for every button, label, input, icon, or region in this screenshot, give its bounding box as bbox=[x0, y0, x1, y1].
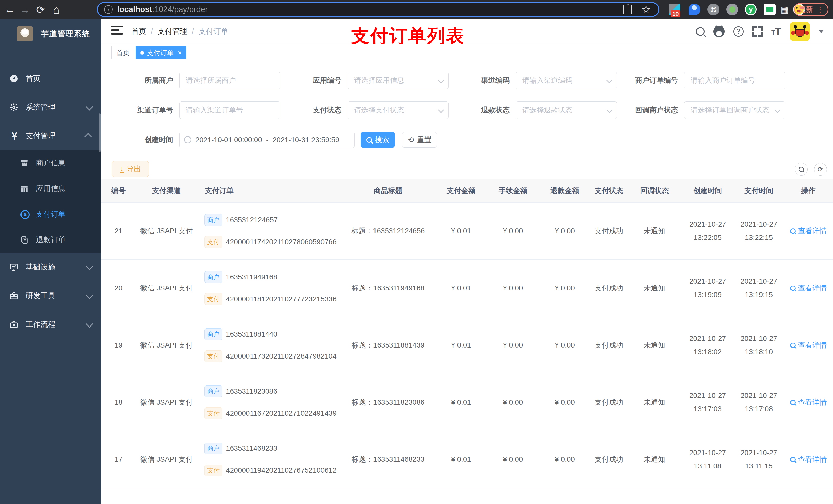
extension-icon-2[interactable] bbox=[689, 4, 700, 15]
notify-status-select[interactable] bbox=[685, 106, 785, 114]
cell-amount: ¥ 0.01 bbox=[435, 341, 487, 349]
fullscreen-icon[interactable] bbox=[752, 26, 763, 37]
tab-pay-order[interactable]: 支付订单 × bbox=[136, 46, 187, 59]
sidebar-item-app-info[interactable]: 应用信息 bbox=[0, 176, 101, 201]
main-area: 首页 / 支付管理 / 支付订单 支付订单列表 ? TT 首页 bbox=[101, 19, 833, 504]
tab-home[interactable]: 首页 bbox=[112, 46, 135, 59]
view-detail-link[interactable]: 查看详情 bbox=[790, 455, 827, 464]
sidebar-item-merchant-info[interactable]: 商户信息 bbox=[0, 150, 101, 176]
cell-channel: 微信 JSAPI 支付 bbox=[136, 226, 197, 236]
filter-pay-status: 支付状态 bbox=[275, 101, 449, 119]
cell-action: 查看详情 bbox=[784, 455, 833, 464]
cell-pay-time: 2021-10-2713:22:15 bbox=[734, 218, 784, 244]
view-detail-link[interactable]: 查看详情 bbox=[790, 283, 827, 293]
order-number: 4200001173202110272847982104 bbox=[226, 352, 337, 360]
browser-back-icon[interactable]: ← bbox=[2, 0, 18, 19]
merchant-input[interactable] bbox=[180, 76, 280, 85]
pay-status-select[interactable] bbox=[348, 106, 448, 114]
sidebar-item-infrastructure[interactable]: 基础设施 bbox=[0, 253, 101, 282]
chevron-up-icon bbox=[84, 133, 92, 141]
avatar-caret-icon[interactable] bbox=[819, 30, 824, 33]
magnifier-icon bbox=[790, 286, 795, 291]
order-number: 4200001194202110276752100612 bbox=[226, 466, 337, 475]
browser-home-icon[interactable]: ⌂ bbox=[49, 0, 64, 19]
table-row: 21 微信 JSAPI 支付 商户1635312124657支付42000011… bbox=[101, 202, 833, 259]
cell-amount: ¥ 0.01 bbox=[435, 455, 487, 463]
refresh-table-button[interactable]: ⟳ bbox=[814, 163, 827, 176]
magnifier-icon bbox=[790, 343, 795, 348]
date-separator: - bbox=[266, 136, 268, 144]
search-icon bbox=[366, 137, 372, 143]
sidebar-item-pay-order[interactable]: ¥ 支付订单 bbox=[0, 201, 101, 227]
view-detail-link[interactable]: 查看详情 bbox=[790, 340, 827, 350]
browser-update-button[interactable]: 更新 ⋮ bbox=[794, 3, 828, 16]
date-range-picker[interactable]: 2021-10-01 00:00:00 - 2021-10-31 23:59:5… bbox=[179, 131, 355, 148]
merchant-order-no-input[interactable] bbox=[685, 76, 785, 85]
monitor-icon bbox=[9, 263, 20, 272]
cell-notify: 未通知 bbox=[627, 340, 681, 350]
breadcrumb-pay-mgmt[interactable]: 支付管理 bbox=[158, 26, 187, 37]
order-number: 1635312124657 bbox=[226, 216, 278, 224]
cell-refund: ¥ 0.00 bbox=[539, 341, 590, 349]
search-icon[interactable] bbox=[696, 27, 705, 36]
site-info-icon[interactable]: i bbox=[104, 5, 113, 14]
sidebar-item-home[interactable]: 首页 bbox=[0, 64, 101, 93]
user-avatar[interactable] bbox=[790, 22, 810, 42]
view-detail-link[interactable]: 查看详情 bbox=[790, 226, 827, 236]
pay-order-table: 编号 支付渠道 支付订单 商品标题 支付金额 手续金额 退款金额 支付状态 回调… bbox=[101, 179, 833, 504]
date-start-value: 2021-10-01 00:00:00 bbox=[195, 136, 262, 144]
help-icon[interactable]: ? bbox=[733, 26, 744, 37]
browser-menu-icon[interactable]: ⋮ bbox=[816, 5, 824, 14]
cell-id: 21 bbox=[101, 227, 136, 235]
toggle-search-button[interactable] bbox=[795, 163, 808, 176]
bookmark-star-icon[interactable]: ☆ bbox=[641, 4, 651, 15]
cell-channel: 微信 JSAPI 支付 bbox=[136, 340, 197, 350]
address-bar[interactable]: i localhost:1024/pay/order ☆ bbox=[97, 2, 659, 17]
cell-refund: ¥ 0.00 bbox=[539, 284, 590, 292]
browser-refresh-icon[interactable]: ⟳ bbox=[33, 0, 48, 19]
extension-icon-6[interactable] bbox=[764, 4, 776, 15]
cell-create-time: 2021-10-2713:18:02 bbox=[681, 332, 734, 359]
reset-button[interactable]: ⟲ 重置 bbox=[402, 132, 437, 147]
sidebar-item-workflow[interactable]: 工作流程 bbox=[0, 310, 101, 339]
close-tab-icon[interactable]: × bbox=[178, 49, 182, 57]
github-icon[interactable] bbox=[713, 26, 724, 37]
sidebar-item-refund-order[interactable]: 退款订单 bbox=[0, 227, 101, 253]
filter-merchant-order-no: 商户订单编号 bbox=[601, 72, 785, 89]
extension-icon-5[interactable]: y bbox=[745, 4, 757, 15]
sidebar-scrollbar[interactable] bbox=[99, 114, 101, 152]
channel-order-no-input[interactable] bbox=[180, 106, 280, 114]
cell-amount: ¥ 0.01 bbox=[435, 284, 487, 292]
view-detail-link[interactable]: 查看详情 bbox=[790, 398, 827, 407]
cell-pay-order: 商户1635312124657支付42000011742021102780605… bbox=[197, 214, 341, 248]
export-button[interactable]: ↓ 导出 bbox=[112, 161, 149, 177]
cell-pay-time: 2021-10-2713:11:15 bbox=[734, 446, 784, 473]
search-button[interactable]: 搜索 bbox=[361, 132, 395, 147]
sidebar-item-dev-tools[interactable]: 研发工具 bbox=[0, 282, 101, 310]
browser-forward-icon[interactable]: → bbox=[18, 0, 33, 19]
order-number: 1635311949168 bbox=[226, 273, 277, 281]
refresh-icon: ⟲ bbox=[407, 136, 414, 144]
extension-icon-4[interactable] bbox=[727, 4, 738, 15]
cell-create-time: 2021-10-2713:22:05 bbox=[681, 218, 734, 244]
share-icon[interactable] bbox=[623, 5, 632, 14]
navbar: 首页 / 支付管理 / 支付订单 支付订单列表 ? TT bbox=[101, 19, 833, 44]
briefcase-icon bbox=[9, 320, 20, 329]
cell-notify: 未通知 bbox=[627, 226, 681, 236]
breadcrumb-home[interactable]: 首页 bbox=[132, 26, 146, 37]
merchant-tag: 商户 bbox=[205, 271, 222, 283]
sidebar-toggle-icon[interactable] bbox=[112, 26, 123, 36]
extension-icon-3[interactable]: ⌘ bbox=[708, 4, 719, 15]
font-size-icon[interactable]: TT bbox=[771, 26, 781, 37]
cell-fee: ¥ 0.00 bbox=[487, 284, 539, 292]
table-header-row: 编号 支付渠道 支付订单 商品标题 支付金额 手续金额 退款金额 支付状态 回调… bbox=[101, 179, 833, 202]
app-logo[interactable]: 芋道管理系统 bbox=[0, 19, 101, 41]
sidebar-item-payment[interactable]: ¥ 支付管理 bbox=[0, 122, 101, 150]
cell-pay-time: 2021-10-2713:17:08 bbox=[734, 389, 784, 416]
cell-notify: 未通知 bbox=[627, 283, 681, 293]
order-number: 4200001167202110271022491439 bbox=[226, 409, 337, 417]
yen-circle-icon: ¥ bbox=[20, 210, 30, 219]
search-icon bbox=[799, 167, 804, 172]
sidebar-item-system[interactable]: 系统管理 bbox=[0, 93, 101, 122]
app-id-select[interactable] bbox=[348, 76, 448, 85]
